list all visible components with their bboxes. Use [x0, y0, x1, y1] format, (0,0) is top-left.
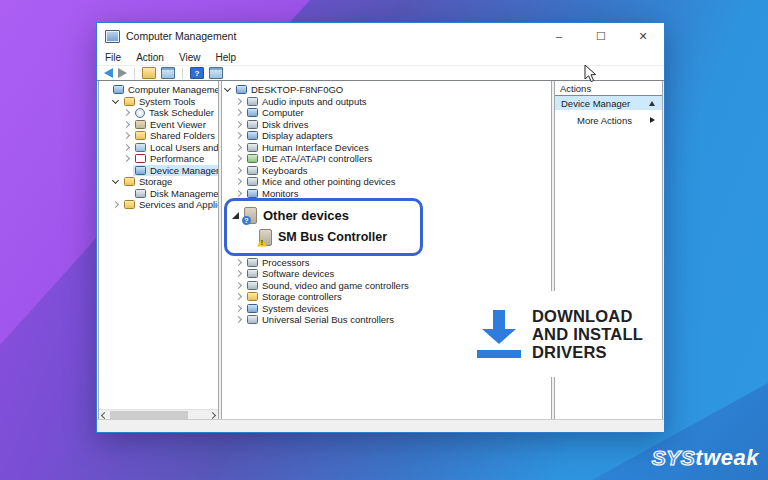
- device-icon: [247, 281, 258, 290]
- tree-item[interactable]: Event Viewer: [99, 119, 218, 131]
- device-row[interactable]: Human Interface Devices: [222, 142, 551, 154]
- expander-icon[interactable]: [235, 98, 242, 105]
- expander-icon[interactable]: [235, 282, 242, 289]
- device-icon: [247, 269, 258, 278]
- expander-icon[interactable]: [123, 121, 130, 128]
- question-badge-icon: ?: [242, 216, 251, 225]
- expander-icon[interactable]: [123, 109, 130, 116]
- device-row[interactable]: Disk drives: [222, 119, 551, 131]
- expander-icon[interactable]: [235, 259, 242, 266]
- device-row[interactable]: Display adapters: [222, 130, 551, 142]
- tree-item-icon: [124, 177, 135, 186]
- device-row[interactable]: Computer: [222, 107, 551, 119]
- device-icon: [247, 177, 258, 186]
- expander-icon[interactable]: [235, 121, 242, 128]
- device-label: Software devices: [262, 268, 334, 279]
- tree-item[interactable]: System Tools: [99, 96, 218, 108]
- device-label: Keyboards: [262, 165, 307, 176]
- tree-item-icon: [113, 85, 124, 94]
- tree-item[interactable]: Computer Management (Local: [99, 84, 218, 96]
- expander-icon[interactable]: [123, 132, 130, 139]
- tree-item[interactable]: Disk Management: [99, 188, 218, 200]
- tree-item-icon: [135, 143, 146, 152]
- tree-item-label: Device Manager: [150, 165, 218, 176]
- back-arrow-icon[interactable]: [104, 68, 113, 78]
- expander-icon[interactable]: [112, 97, 119, 104]
- tree-item[interactable]: Shared Folders: [99, 130, 218, 142]
- device-row[interactable]: Sound, video and game controllers: [222, 280, 551, 292]
- menu-item[interactable]: Action: [136, 52, 164, 63]
- tree-item[interactable]: Storage: [99, 176, 218, 188]
- systweak-logo: SYStweak: [652, 445, 759, 471]
- tree-item[interactable]: Task Scheduler: [99, 107, 218, 119]
- help-icon[interactable]: ?: [190, 67, 204, 79]
- title-bar[interactable]: Computer Management – ☐ ✕: [97, 23, 664, 49]
- tree-item-label: Computer Management (Local: [128, 84, 218, 95]
- expander-icon[interactable]: [235, 144, 242, 151]
- device-icon: [247, 108, 258, 117]
- expander-icon[interactable]: [235, 190, 242, 197]
- close-button[interactable]: ✕: [622, 23, 664, 49]
- expander-icon[interactable]: [235, 132, 242, 139]
- expander-icon[interactable]: [112, 177, 119, 184]
- actions-group-device-manager[interactable]: Device Manager: [555, 96, 662, 110]
- download-annotation-text: DOWNLOAD AND INSTALL DRIVERS: [532, 307, 643, 361]
- tree-item-label: Storage: [139, 176, 172, 187]
- tree-item-label: Shared Folders: [150, 130, 215, 141]
- unknown-device-icon: ?: [244, 207, 257, 224]
- expander-icon[interactable]: [224, 85, 231, 92]
- download-arrow-icon: [477, 310, 521, 358]
- device-icon: [247, 154, 258, 163]
- tree-item-label: System Tools: [139, 96, 195, 107]
- expander-icon[interactable]: [123, 144, 130, 151]
- tree-item[interactable]: Performance: [99, 153, 218, 165]
- device-label: Computer: [262, 107, 304, 118]
- expander-icon[interactable]: [235, 305, 242, 312]
- forward-arrow-icon[interactable]: [118, 68, 127, 78]
- more-actions-item[interactable]: More Actions: [555, 113, 662, 127]
- expander-icon[interactable]: [235, 178, 242, 185]
- device-row[interactable]: Processors: [222, 257, 551, 269]
- tree-item[interactable]: Device Manager: [99, 165, 218, 177]
- device-icon: [247, 97, 258, 106]
- device-icon: [236, 85, 247, 94]
- device-icon: [247, 120, 258, 129]
- toolbar-separator: [134, 68, 135, 79]
- device-row[interactable]: DESKTOP-F8NF0GO: [222, 84, 551, 96]
- expander-icon[interactable]: [235, 270, 242, 277]
- device-icon: [247, 189, 258, 198]
- console-tree: Computer Management (Local System Tools …: [99, 81, 218, 211]
- tree-item-icon: [135, 154, 146, 163]
- device-row[interactable]: Audio inputs and outputs: [222, 96, 551, 108]
- actions-group-label: Device Manager: [561, 98, 630, 109]
- show-console-tree-icon[interactable]: [142, 67, 156, 79]
- device-row[interactable]: IDE ATA/ATAPI controllers: [222, 153, 551, 165]
- device-row[interactable]: Keyboards: [222, 165, 551, 177]
- mouse-cursor: [584, 64, 597, 83]
- menu-item[interactable]: View: [179, 52, 201, 63]
- expander-icon[interactable]: [235, 316, 242, 323]
- expander-icon[interactable]: [235, 155, 242, 162]
- minimize-button[interactable]: –: [538, 23, 580, 49]
- device-row[interactable]: Software devices: [222, 268, 551, 280]
- expander-icon[interactable]: [235, 167, 242, 174]
- new-window-icon[interactable]: [209, 67, 223, 79]
- device-label: IDE ATA/ATAPI controllers: [262, 153, 372, 164]
- collapse-icon[interactable]: [649, 101, 655, 106]
- properties-window-icon[interactable]: [161, 67, 175, 79]
- tree-item[interactable]: Services and Applications: [99, 199, 218, 211]
- menu-item[interactable]: File: [105, 52, 121, 63]
- device-row[interactable]: Mice and other pointing devices: [222, 176, 551, 188]
- menu-item[interactable]: Help: [215, 52, 236, 63]
- menu-bar: FileActionViewHelp: [97, 49, 664, 66]
- warning-device-icon: !: [259, 229, 272, 246]
- expander-icon[interactable]: [112, 201, 119, 208]
- expander-icon[interactable]: [235, 109, 242, 116]
- device-label: Storage controllers: [262, 291, 342, 302]
- device-label: Audio inputs and outputs: [262, 96, 367, 107]
- tree-item[interactable]: Local Users and Groups: [99, 142, 218, 154]
- expander-icon[interactable]: [235, 293, 242, 300]
- device-icon: [247, 143, 258, 152]
- maximize-button[interactable]: ☐: [580, 23, 622, 49]
- expander-icon[interactable]: [123, 155, 130, 162]
